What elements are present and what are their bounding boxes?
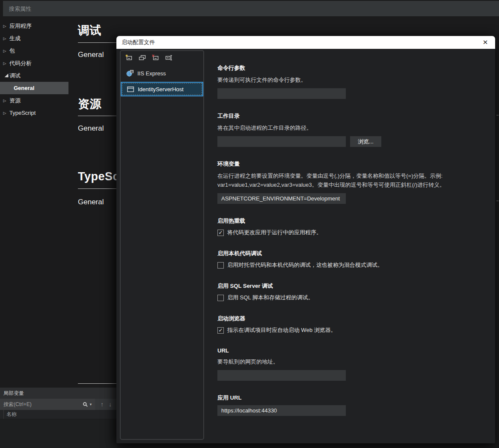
field-label: 启用本机代码调试 xyxy=(217,250,498,257)
field-command-line-args: 命令行参数 要传递到可执行文件的命令行参数。 xyxy=(217,64,498,99)
checkbox-label: 启用 SQL 脚本和存储过程的调试。 xyxy=(227,294,314,302)
dialog-titlebar[interactable]: 启动配置文件 ✕ xyxy=(116,36,495,49)
section-subtitle: General xyxy=(78,51,104,59)
sidebar-item-typescript[interactable]: ▷ TypeScript xyxy=(0,107,68,119)
sidebar-item-label: TypeScript xyxy=(9,110,36,116)
section-subtitle: General xyxy=(78,198,104,206)
profile-item-identityserverhost[interactable]: IdentityServerHost xyxy=(121,82,203,96)
hot-reload-checkbox[interactable]: ✓ xyxy=(217,230,224,236)
sidebar-item-label: 生成 xyxy=(9,35,21,42)
vs-project-properties-screen: 调试 General 资源 General TypeScript General… xyxy=(0,0,499,448)
chevron-down-icon: ▼ xyxy=(89,403,92,406)
check-icon: ✓ xyxy=(218,230,223,236)
locals-nav-arrows: ↑ ↓ xyxy=(95,399,117,410)
field-native-code-debugging: 启用本机代码调试 启用对托管代码和本机代码的调试，这也被称为混合模式调试。 xyxy=(217,250,498,269)
sidebar-item-label: 应用程序 xyxy=(9,22,32,30)
locals-search-input[interactable] xyxy=(0,401,80,407)
locals-column-header[interactable]: 名称 xyxy=(0,410,117,419)
close-icon[interactable]: ✕ xyxy=(481,38,490,47)
field-working-directory: 工作目录 将在其中启动进程的工作目录的路径。 浏览... xyxy=(217,112,498,147)
properties-nav-sidebar: ▷ 应用程序 ▷ 生成 ▷ 包 ▷ 代码分析 调试 General ▷ 资源 ▷… xyxy=(0,20,68,119)
locals-search-row: ▼ ↑ ↓ xyxy=(0,399,117,410)
checkbox-label: 将代码更改应用于运行中的应用程序。 xyxy=(227,229,322,236)
arrow-down-icon[interactable]: ↓ xyxy=(109,401,112,408)
field-label: 启用热重载 xyxy=(217,217,498,225)
launch-browser-checkbox[interactable]: ✓ xyxy=(217,327,224,334)
field-sql-server-debugging: 启用 SQL Server 调试 启用 SQL 脚本和存储过程的调试。 xyxy=(217,282,498,302)
rename-profile-icon[interactable] xyxy=(165,54,173,61)
search-icon[interactable]: ▼ xyxy=(80,402,95,407)
locals-panel-title: 局部变量 xyxy=(0,388,117,399)
column-header-label: 名称 xyxy=(6,411,17,418)
field-label: URL xyxy=(217,347,498,354)
field-label: 命令行参数 xyxy=(217,64,498,72)
profiles-list-panel: IIS Express IdentityServerHost xyxy=(120,50,204,440)
sidebar-item-label: 包 xyxy=(9,47,15,55)
sidebar-item-build[interactable]: ▷ 生成 xyxy=(0,32,68,45)
command-line-args-input[interactable] xyxy=(217,88,346,99)
new-profile-icon[interactable] xyxy=(125,54,133,61)
dialog-title: 启动配置文件 xyxy=(122,39,481,46)
field-hot-reload: 启用热重载 ✓ 将代码更改应用于运行中的应用程序。 xyxy=(217,217,498,236)
sidebar-item-label: 资源 xyxy=(9,97,21,105)
sidebar-item-debug-general[interactable]: General xyxy=(0,82,68,94)
chevron-collapsed-icon: ▷ xyxy=(0,24,9,28)
sidebar-item-label: 调试 xyxy=(9,72,21,80)
check-icon: ✓ xyxy=(218,327,223,333)
url-input[interactable] xyxy=(217,370,346,381)
field-app-url: 应用 URL xyxy=(217,394,498,416)
sidebar-item-application[interactable]: ▷ 应用程序 xyxy=(0,20,68,32)
app-url-input[interactable] xyxy=(217,405,346,416)
profile-name: IdentityServerHost xyxy=(138,86,184,93)
field-environment-variables: 环境变量 在运行进程之前要设置的环境变量。变量由逗号(,)分隔，变量名称和值以等… xyxy=(217,160,498,204)
field-description: 在运行进程之前要设置的环境变量。变量由逗号(,)分隔，变量名称和值以等号(=)分… xyxy=(217,171,498,189)
sql-server-debugging-checkbox[interactable] xyxy=(217,295,224,301)
checkbox-label: 指示在调试项目时应自动启动 Web 浏览器。 xyxy=(227,326,336,334)
dialog-body: IIS Express IdentityServerHost xyxy=(116,49,495,443)
profiles-toolbar xyxy=(121,51,203,61)
field-label: 启动浏览器 xyxy=(217,315,498,323)
section-title-debug: 调试 xyxy=(78,23,101,38)
section-title-resources: 资源 xyxy=(78,96,101,112)
profile-list: IIS Express IdentityServerHost xyxy=(121,66,203,96)
chevron-collapsed-icon: ▷ xyxy=(0,111,9,115)
sidebar-item-debug[interactable]: 调试 xyxy=(0,69,68,82)
native-code-debugging-checkbox[interactable] xyxy=(217,262,224,269)
arrow-up-icon[interactable]: ↑ xyxy=(101,401,104,408)
sidebar-item-label: General xyxy=(14,85,34,91)
browse-button[interactable]: 浏览... xyxy=(350,136,381,147)
field-launch-browser: 启动浏览器 ✓ 指示在调试项目时应自动启动 Web 浏览器。 xyxy=(217,315,498,334)
locals-panel: 局部变量 ▼ ↑ ↓ 名称 xyxy=(0,388,117,448)
checkbox-label: 启用对托管代码和本机代码的调试，这也被称为混合模式调试。 xyxy=(227,261,383,269)
field-label: 环境变量 xyxy=(217,160,498,168)
working-directory-input[interactable] xyxy=(217,136,346,147)
delete-profile-icon[interactable] xyxy=(151,54,160,61)
field-label: 启用 SQL Server 调试 xyxy=(217,282,498,290)
profile-item-iis-express[interactable]: IIS Express xyxy=(121,66,203,80)
sidebar-item-code-analysis[interactable]: ▷ 代码分析 xyxy=(0,57,68,69)
profile-name: IIS Express xyxy=(137,70,166,77)
column-divider xyxy=(3,410,4,419)
sidebar-item-label: 代码分析 xyxy=(9,60,32,67)
globe-window-icon xyxy=(126,70,134,77)
locals-searchbox: ▼ xyxy=(0,399,95,410)
field-label: 工作目录 xyxy=(217,112,498,120)
chevron-collapsed-icon: ▷ xyxy=(0,49,9,53)
profile-settings-form: 命令行参数 要传递到可执行文件的命令行参数。 工作目录 将在其中启动进程的工作目… xyxy=(217,64,498,429)
field-description: 要导航到的网页的地址。 xyxy=(217,357,498,366)
field-url: URL 要导航到的网页的地址。 xyxy=(217,347,498,381)
field-description: 将在其中启动进程的工作目录的路径。 xyxy=(217,123,498,132)
chevron-collapsed-icon: ▷ xyxy=(0,99,9,103)
environment-variables-input[interactable] xyxy=(217,193,346,204)
sidebar-item-resources[interactable]: ▷ 资源 xyxy=(0,94,68,107)
launch-profiles-dialog: 启动配置文件 ✕ xyxy=(116,36,495,443)
field-label: 应用 URL xyxy=(217,394,498,402)
section-subtitle: General xyxy=(78,124,104,133)
chevron-collapsed-icon: ▷ xyxy=(0,61,9,66)
duplicate-profile-icon[interactable] xyxy=(138,54,146,61)
chevron-collapsed-icon: ▷ xyxy=(0,36,9,41)
browser-window-icon xyxy=(127,87,134,92)
field-description: 要传递到可执行文件的命令行参数。 xyxy=(217,75,498,84)
chevron-expanded-icon xyxy=(0,72,9,79)
sidebar-item-package[interactable]: ▷ 包 xyxy=(0,45,68,57)
